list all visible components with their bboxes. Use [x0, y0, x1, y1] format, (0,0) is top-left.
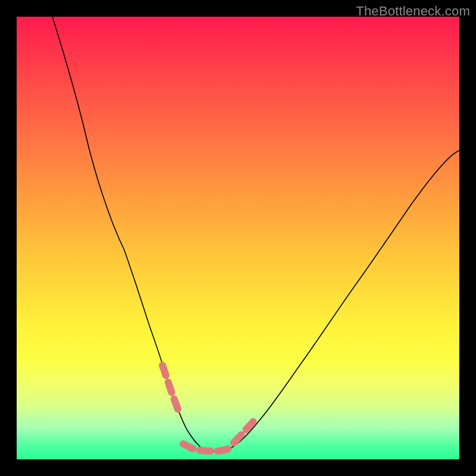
chart-svg: [17, 17, 459, 459]
chart-frame: [17, 17, 459, 459]
bottleneck-curve: [52, 17, 459, 452]
highlight-base: [183, 444, 230, 451]
highlight-right: [234, 420, 255, 443]
highlight-left: [162, 365, 180, 414]
watermark-label: TheBottleneck.com: [356, 4, 470, 19]
